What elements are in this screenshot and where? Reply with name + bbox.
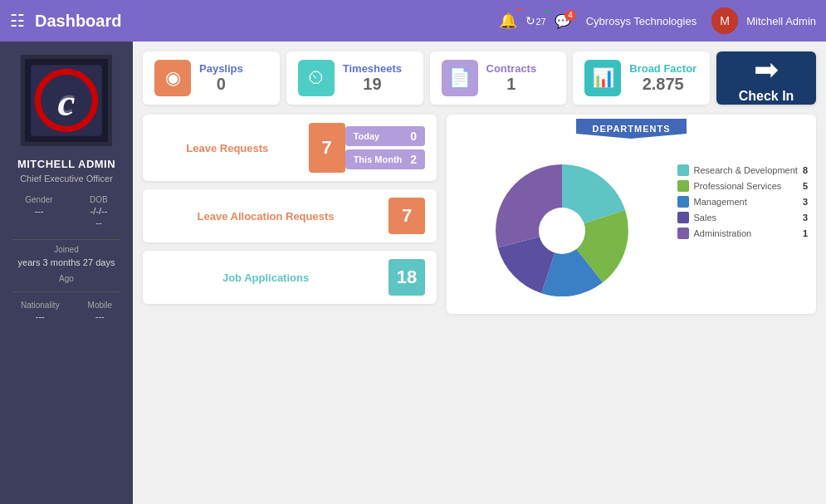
- bottom-section: Leave Requests 7 Today 0 This Month 2: [143, 115, 816, 314]
- legend-dot-sales: [677, 212, 689, 223]
- message-badge: 4: [565, 10, 576, 21]
- sidebar-dob: DOB -/-/-- --: [90, 195, 108, 228]
- legend-item-mgmt: Management 3: [677, 196, 808, 208]
- payslips-card[interactable]: ◉ Payslips 0: [143, 51, 280, 105]
- checkin-arrow-icon: ➡: [754, 52, 779, 87]
- nav-icons: 🔔 ↻27 💬 4 Cybrosys Technologies M Mitche…: [499, 7, 816, 34]
- leave-today-val: 0: [410, 130, 417, 143]
- svg-text:c: c: [58, 79, 75, 121]
- leave-month-label: This Month: [354, 154, 403, 164]
- leave-month-badge: This Month 2: [345, 149, 425, 169]
- legend-item-rd: Research & Development 8: [677, 164, 808, 176]
- leave-alloc-card[interactable]: Leave Allocation Requests 7: [143, 189, 437, 242]
- broad-factor-icon: 📊: [584, 60, 621, 96]
- update-count: 27: [535, 17, 545, 27]
- content-area: ◉ Payslips 0 ⏲ Timesheets 19 📄 Contracts: [133, 42, 826, 504]
- job-app-count: 18: [389, 259, 425, 296]
- leave-requests-card[interactable]: Leave Requests 7 Today 0 This Month 2: [143, 115, 437, 181]
- legend-dot-admin: [677, 228, 689, 239]
- leave-today-label: Today: [354, 131, 380, 141]
- update-button[interactable]: ↻27: [525, 14, 545, 27]
- legend-label-ps: Professional Services: [694, 181, 798, 191]
- pie-chart: [455, 156, 668, 306]
- top-cards: ◉ Payslips 0 ⏲ Timesheets 19 📄 Contracts: [143, 51, 816, 105]
- legend-item-admin: Administration 1: [677, 228, 808, 239]
- timesheets-icon: ⏲: [298, 60, 335, 96]
- main-layout: c c MITCHELL ADMIN Chief Executive Offic…: [0, 42, 826, 504]
- timesheets-info: Timesheets 19: [343, 62, 402, 94]
- job-applications-card[interactable]: Job Applications 18: [143, 251, 437, 304]
- legend-dot-ps: [677, 180, 689, 192]
- legend-item-sales: Sales 3: [677, 212, 808, 223]
- payslips-val: 0: [199, 75, 243, 94]
- contracts-icon: 📄: [442, 60, 478, 96]
- broad-factor-card[interactable]: 📊 Broad Factor 2.875: [573, 51, 710, 105]
- legend-val-mgmt: 3: [803, 197, 808, 207]
- svg-point-7: [539, 208, 585, 254]
- checkin-label: Check In: [739, 89, 794, 104]
- user-avatar: M: [711, 7, 738, 34]
- job-app-title: Job Applications: [154, 272, 377, 284]
- left-panels: Leave Requests 7 Today 0 This Month 2: [143, 115, 437, 314]
- legend-val-admin: 1: [803, 228, 808, 238]
- contracts-val: 1: [486, 75, 537, 94]
- leave-left: Leave Requests 7: [154, 123, 345, 173]
- legend-val-ps: 5: [803, 181, 808, 191]
- legend-dot-rd: [677, 164, 689, 176]
- payslips-label: Payslips: [199, 62, 243, 75]
- legend-label-mgmt: Management: [694, 197, 798, 207]
- sidebar: c c MITCHELL ADMIN Chief Executive Offic…: [0, 42, 133, 504]
- leave-count: 7: [309, 123, 345, 173]
- leave-alloc-title: Leave Allocation Requests: [154, 210, 377, 223]
- broad-factor-val: 2.875: [629, 75, 696, 94]
- sidebar-joined-val: years 3 months 27 days: [18, 257, 115, 267]
- sidebar-mobile: Mobile ---: [88, 301, 112, 321]
- departments-section: DEPARTMENTS: [447, 115, 816, 314]
- legend-val-sales: 3: [803, 213, 808, 223]
- sidebar-divider1: [12, 239, 120, 240]
- broad-factor-label: Broad Factor: [629, 62, 696, 75]
- bell-button[interactable]: 🔔: [499, 12, 517, 30]
- sidebar-user-role: Chief Executive Officer: [20, 174, 113, 183]
- departments-ribbon: DEPARTMENTS: [576, 119, 687, 139]
- sidebar-joined-suffix: Ago: [59, 274, 74, 283]
- dept-legend: Research & Development 8 Professional Se…: [677, 164, 808, 239]
- legend-dot-mgmt: [677, 196, 689, 208]
- contracts-info: Contracts 1: [486, 62, 537, 94]
- topnav: ☷ Dashboard 🔔 ↻27 💬 4 Cybrosys Technolog…: [0, 0, 826, 42]
- svg-text:M: M: [720, 14, 730, 27]
- sidebar-gender: Gender ---: [25, 195, 52, 228]
- timesheets-val: 19: [343, 75, 402, 94]
- sidebar-user-name: MITCHELL ADMIN: [17, 158, 115, 170]
- timesheets-label: Timesheets: [343, 62, 402, 75]
- company-name: Cybrosys Technologies: [586, 15, 696, 27]
- leave-today-badge: Today 0: [345, 126, 425, 146]
- sidebar-nat-mob: Nationality --- Mobile ---: [7, 301, 126, 321]
- grid-icon[interactable]: ☷: [10, 11, 25, 31]
- legend-item-ps: Professional Services 5: [677, 180, 808, 192]
- message-button[interactable]: 💬 4: [555, 13, 571, 29]
- sidebar-nationality: Nationality ---: [21, 301, 60, 321]
- contracts-card[interactable]: 📄 Contracts 1: [430, 51, 567, 105]
- checkin-button[interactable]: ➡ Check In: [716, 51, 816, 105]
- bell-badge: [516, 8, 522, 10]
- payslips-info: Payslips 0: [199, 62, 243, 94]
- logo-box: c c: [21, 55, 112, 146]
- legend-label-sales: Sales: [694, 213, 798, 223]
- sidebar-info-row1: Gender --- DOB -/-/-- --: [7, 195, 126, 228]
- sidebar-joined-label: Joined: [54, 245, 78, 254]
- sidebar-divider2: [12, 291, 120, 292]
- broad-factor-info: Broad Factor 2.875: [629, 62, 696, 94]
- leave-title: Leave Requests: [154, 142, 301, 154]
- timesheets-card[interactable]: ⏲ Timesheets 19: [286, 51, 423, 105]
- legend-label-admin: Administration: [694, 228, 798, 238]
- legend-val-rd: 8: [803, 165, 808, 175]
- app-title: Dashboard: [35, 12, 499, 31]
- update-badge: [545, 11, 551, 12]
- user-name-nav: Mitchell Admin: [746, 15, 816, 27]
- leave-right: Today 0 This Month 2: [345, 126, 425, 169]
- legend-label-rd: Research & Development: [694, 165, 798, 175]
- contracts-label: Contracts: [486, 62, 537, 75]
- leave-alloc-count: 7: [389, 198, 425, 234]
- dept-chart-area: Research & Development 8 Professional Se…: [455, 156, 808, 306]
